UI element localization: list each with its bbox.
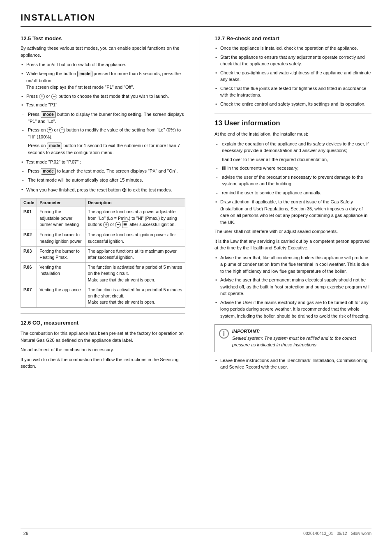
section-12-5: 12.5 Test modes By activating these vari… bbox=[21, 35, 185, 308]
mode-button-label: mode bbox=[41, 168, 56, 175]
section-13-para1: The user shall not interfere with or adj… bbox=[214, 228, 371, 235]
table-row: P.01 Forcing the adjustable-power burner… bbox=[21, 207, 185, 230]
info-icon: i bbox=[219, 329, 229, 339]
bullet-item: While keeping the button mode pressed fo… bbox=[21, 70, 185, 91]
bullets-12-5: Press the on/off button to switch off th… bbox=[21, 61, 185, 108]
footer-doc-info: 0020140413_01 - 09/12 - Glow-worm bbox=[303, 531, 371, 536]
section-13: 13 User information At the end of the in… bbox=[214, 119, 371, 371]
section-12-6-heading-text: 12.6 CO bbox=[21, 320, 40, 326]
table-header-code: Code bbox=[21, 198, 37, 207]
column-divider bbox=[200, 35, 200, 376]
table-cell-parameter: Venting the appliance bbox=[37, 285, 85, 307]
page-header: INSTALLATION bbox=[21, 12, 371, 27]
table-cell-code: P.02 bbox=[21, 230, 37, 246]
bullet-item: Draw attention, if applicable, to the cu… bbox=[214, 198, 371, 226]
important-text: IMPORTANT: Sealed system: The system mus… bbox=[232, 328, 367, 348]
bullets-13-b: Advise the user that, like all condensin… bbox=[214, 254, 371, 320]
bullet-item: Advise the user that the permanent mains… bbox=[214, 277, 371, 297]
table-cell-description: The appliance functions at ignition powe… bbox=[85, 230, 185, 246]
section-12-6-para3: If you wish to check the combustion then… bbox=[21, 356, 185, 370]
bullets-12-5-c: When you have finished, press the reset … bbox=[21, 186, 185, 194]
dashes-p02: Press mode to launch the test mode. The … bbox=[21, 168, 185, 184]
table-row: P.06 Venting the installation The functi… bbox=[21, 263, 185, 285]
bullet-item: Test mode "P.02" to "P.07" : bbox=[21, 159, 185, 166]
page-title: INSTALLATION bbox=[21, 12, 95, 23]
bullet-item: Advise the User if the mains electricity… bbox=[214, 299, 371, 320]
dash-item: remind the user to service the appliance… bbox=[214, 189, 371, 196]
dash-item: Press mode to launch the test mode. The … bbox=[21, 168, 185, 175]
bullet-item: Press + or − button to choose the test m… bbox=[21, 93, 185, 100]
table-cell-description: The function is activated for a period o… bbox=[85, 263, 185, 285]
plus-icon: + bbox=[103, 222, 109, 228]
table-cell-code: P.03 bbox=[21, 246, 37, 262]
table-cell-code: P.07 bbox=[21, 285, 37, 307]
table-cell-parameter: Forcing the burner to heating ignition p… bbox=[37, 230, 85, 246]
dash-item: hand over to the user all the required d… bbox=[214, 156, 371, 163]
section-12-7-heading: 12.7 Re-check and restart bbox=[214, 35, 371, 41]
section-13-para2: It is the Law that any servicing is carr… bbox=[214, 238, 371, 251]
dash-item: Press on + or − button to modify the val… bbox=[21, 127, 185, 140]
footer-page-number: - 26 - bbox=[21, 531, 31, 536]
bullet-item: Advise the user that, like all condensin… bbox=[214, 254, 371, 275]
bullet-item: Start the appliance to ensure that any a… bbox=[214, 54, 371, 67]
section-12-5-heading: 12.5 Test modes bbox=[21, 35, 185, 41]
section-12-6-para2: No adjustment of the combustion is neces… bbox=[21, 346, 185, 353]
table-row: P.07 Venting the appliance The function … bbox=[21, 285, 185, 307]
section-12-6-para1: The combustion for this appliance has be… bbox=[21, 330, 185, 343]
important-body: Sealed system: The system must be refill… bbox=[232, 336, 356, 348]
dash-item: advise the user of the precautions neces… bbox=[214, 174, 371, 187]
bars-icon: ☰ bbox=[122, 221, 128, 228]
right-column: 12.7 Re-check and restart Once the appli… bbox=[214, 35, 371, 376]
table-row: P.03 Forcing the burner to Heating Pmax.… bbox=[21, 246, 185, 262]
section-12-7: 12.7 Re-check and restart Once the appli… bbox=[214, 35, 371, 107]
important-label: IMPORTANT: bbox=[232, 329, 260, 334]
page: INSTALLATION 12.5 Test modes By activati… bbox=[0, 0, 392, 544]
page-footer: - 26 - 0020140413_01 - 09/12 - Glow-worm bbox=[21, 528, 371, 536]
table-row: P.02 Forcing the burner to heating ignit… bbox=[21, 230, 185, 246]
dash-item: fill in the documents where necessary; bbox=[214, 165, 371, 172]
dash-item: Press mode button to display the burner … bbox=[21, 111, 185, 125]
table-cell-description: The appliance functions at its maximum p… bbox=[85, 246, 185, 262]
minus-icon: − bbox=[59, 127, 65, 133]
bullet-item: Leave these instructions and the 'Benchm… bbox=[214, 357, 371, 371]
dash-item: The test mode will be automatically stop… bbox=[21, 177, 185, 184]
table-cell-code: P.01 bbox=[21, 207, 37, 230]
minus-icon: − bbox=[115, 222, 121, 228]
param-table: Code Parameter Description P.01 Forcing … bbox=[21, 198, 185, 307]
mode-button-label: mode bbox=[41, 111, 56, 118]
bullet-item: Check that the flue joints are tested fo… bbox=[214, 85, 371, 99]
dashes-13: explain the operation of the appliance a… bbox=[214, 141, 371, 196]
dash-item: Press on mode button for 1 second to exi… bbox=[21, 142, 185, 156]
divider bbox=[21, 313, 185, 314]
left-column: 12.5 Test modes By activating these vari… bbox=[21, 35, 185, 376]
bullet-item: When you have finished, press the reset … bbox=[21, 186, 185, 194]
section-12-6-heading-suffix: measurement bbox=[42, 320, 78, 326]
dash-item: explain the operation of the appliance a… bbox=[214, 141, 371, 154]
table-cell-parameter: Venting the installation bbox=[37, 263, 85, 285]
section-13-intro: At the end of the installation, the inst… bbox=[214, 131, 371, 138]
section-13-heading: 13 User information bbox=[214, 119, 371, 127]
mode-button-label: mode bbox=[77, 71, 92, 77]
divider-right bbox=[214, 113, 371, 113]
bullet-item: Press the on/off button to switch off th… bbox=[21, 61, 185, 68]
main-content: 12.5 Test modes By activating these vari… bbox=[21, 35, 371, 376]
table-header-description: Description bbox=[85, 198, 185, 207]
bullets-13: Draw attention, if applicable, to the cu… bbox=[214, 198, 371, 226]
bullets-12-5-b: Test mode "P.02" to "P.07" : bbox=[21, 159, 185, 166]
bullet-item: Check the entire control and safety syst… bbox=[214, 101, 371, 108]
table-header-parameter: Parameter bbox=[37, 198, 85, 207]
table-cell-parameter: Forcing the adjustable-power burner when… bbox=[37, 207, 85, 230]
important-box: i IMPORTANT: Sealed system: The system m… bbox=[214, 324, 371, 352]
plus-icon: + bbox=[47, 127, 53, 133]
section-12-6: 12.6 CO2 measurement The combustion for … bbox=[21, 320, 185, 370]
table-cell-description: The appliance functions at a power adjus… bbox=[85, 207, 185, 230]
plus-icon: + bbox=[39, 94, 45, 99]
bullets-13-c: Leave these instructions and the 'Benchm… bbox=[214, 357, 371, 371]
dashes-p1: Press mode button to display the burner … bbox=[21, 111, 185, 156]
table-cell-parameter: Forcing the burner to Heating Pmax. bbox=[37, 246, 85, 262]
bullet-item: Test mode "P1" : bbox=[21, 101, 185, 108]
bullets-12-7: Once the appliance is installed, check t… bbox=[214, 45, 371, 107]
reset-icon: ✠ bbox=[122, 186, 127, 194]
table-cell-description: The function is activated for a period o… bbox=[85, 285, 185, 307]
mode-button-label: mode bbox=[47, 143, 62, 149]
